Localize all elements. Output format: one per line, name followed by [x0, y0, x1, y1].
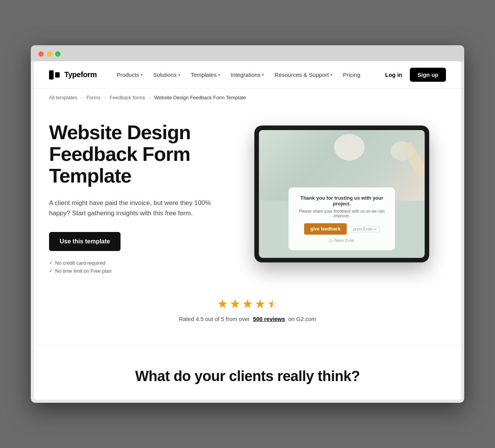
star-1: ★ — [217, 297, 228, 311]
logo[interactable]: Typeform — [49, 70, 97, 79]
rating-section: ★ ★ ★ ★ ★ ★ Rated 4.5 out of 5 from over… — [34, 281, 461, 345]
signup-button[interactable]: Sign up — [410, 68, 446, 82]
login-button[interactable]: Log in — [384, 68, 404, 81]
breadcrumb-bar: All templates → Forms → Feedback forms →… — [34, 89, 461, 106]
nav-label-integrations: Integrations — [231, 71, 260, 78]
chevron-down-icon: ▾ — [218, 73, 220, 77]
rating-prefix: Rated 4.5 out of 5 from over — [179, 316, 250, 322]
nav-item-pricing[interactable]: Pricing — [338, 68, 365, 81]
tablet-card-title: Thank you for trusting us with your proj… — [298, 195, 386, 207]
chevron-down-icon: ▾ — [141, 73, 143, 77]
logo-text: Typeform — [64, 70, 97, 79]
nav-label-resources: Resources & Support — [274, 71, 329, 78]
chevron-down-icon: ▾ — [330, 73, 332, 77]
browser-chrome — [31, 45, 464, 61]
nav-label-templates: Templates — [191, 71, 217, 78]
hero-section: Website Design Feedback Form Template A … — [34, 106, 461, 281]
nav-actions: Log in Sign up — [384, 68, 446, 82]
star-half: ★ ★ — [267, 297, 278, 311]
close-button[interactable] — [38, 51, 44, 57]
nav-item-products[interactable]: Products ▾ — [112, 68, 147, 81]
nav-links: Products ▾ Solutions ▾ Templates ▾ Integ… — [112, 68, 384, 81]
coffee-cup-decoration — [334, 134, 365, 160]
nav-item-integrations[interactable]: Integrations ▾ — [226, 68, 268, 81]
rating-reviews-link[interactable]: 500 reviews — [253, 316, 285, 322]
hero-left: Website Design Feedback Form Template A … — [49, 122, 232, 274]
hero-description: A client might have paid the invoice, bu… — [49, 198, 232, 218]
tablet-frame: Thank you for trusting us with your proj… — [254, 126, 429, 262]
trust-item-no-credit-card: ✓ No credit card required — [49, 260, 232, 266]
rating-suffix: on G2.com — [288, 316, 316, 322]
tablet-cta-button[interactable]: give feedback — [304, 223, 346, 235]
page-title: Website Design Feedback Form Template — [49, 122, 232, 187]
breadcrumb-sep: → — [103, 95, 107, 100]
star-2: ★ — [230, 297, 241, 311]
minimize-button[interactable] — [47, 51, 52, 57]
star-3: ★ — [242, 297, 253, 311]
check-icon: ✓ — [49, 268, 53, 273]
breadcrumb-feedback-forms[interactable]: Feedback forms — [109, 95, 145, 100]
browser-window: Typeform Products ▾ Solutions ▾ Template… — [31, 45, 464, 403]
hero-right: Thank you for trusting us with your proj… — [254, 122, 429, 262]
breadcrumb-forms[interactable]: Forms — [86, 95, 100, 100]
check-icon: ✓ — [49, 260, 53, 265]
trust-label-time-limit: No time limit on Free plan — [55, 268, 111, 274]
browser-content: Typeform Products ▾ Solutions ▾ Template… — [34, 61, 461, 400]
tablet-card: Thank you for trusting us with your proj… — [289, 187, 395, 250]
clock-icon — [329, 239, 332, 242]
trust-items: ✓ No credit card required ✓ No time limi… — [49, 260, 232, 274]
nav-label-products: Products — [117, 71, 139, 78]
rating-text: Rated 4.5 out of 5 from over 500 reviews… — [49, 316, 446, 322]
nav-item-templates[interactable]: Templates ▾ — [186, 68, 225, 81]
trust-item-no-time-limit: ✓ No time limit on Free plan — [49, 268, 232, 274]
nav-item-solutions[interactable]: Solutions ▾ — [149, 68, 185, 81]
tablet-press-enter: press Enter ↵ — [351, 226, 379, 232]
logo-icon — [49, 70, 61, 79]
breadcrumb: All templates → Forms → Feedback forms →… — [49, 95, 446, 100]
breadcrumb-all-templates[interactable]: All templates — [49, 95, 77, 100]
tablet-time: Takes 3 min — [298, 238, 386, 243]
star-4: ★ — [255, 297, 266, 311]
chevron-down-icon: ▾ — [262, 73, 264, 77]
maximize-button[interactable] — [55, 51, 60, 57]
ruler-decoration — [401, 141, 425, 180]
nav-label-pricing: Pricing — [343, 71, 360, 78]
use-template-button[interactable]: Use this template — [49, 232, 121, 251]
bottom-section: What do your clients really think? — [34, 345, 461, 400]
tablet-time-label: Takes 3 min — [334, 238, 354, 243]
bottom-title: What do your clients really think? — [49, 368, 446, 384]
trust-label-credit-card: No credit card required — [55, 260, 105, 266]
nav-label-solutions: Solutions — [153, 71, 177, 78]
tablet-card-subtitle: Please share your feedback with us so we… — [298, 209, 386, 218]
star-half-fill: ★ — [267, 297, 273, 311]
breadcrumb-current: Website Design Feedback Form Template — [154, 95, 246, 100]
breadcrumb-sep: → — [147, 95, 152, 100]
tablet-btn-row: give feedback press Enter ↵ — [298, 223, 386, 235]
nav-item-resources[interactable]: Resources & Support ▾ — [270, 68, 337, 81]
chevron-down-icon: ▾ — [178, 73, 180, 77]
main-nav: Typeform Products ▾ Solutions ▾ Template… — [34, 61, 461, 89]
breadcrumb-sep: → — [79, 95, 84, 100]
tablet-screen: Thank you for trusting us with your proj… — [259, 130, 425, 258]
stars-row: ★ ★ ★ ★ ★ ★ — [49, 297, 446, 311]
